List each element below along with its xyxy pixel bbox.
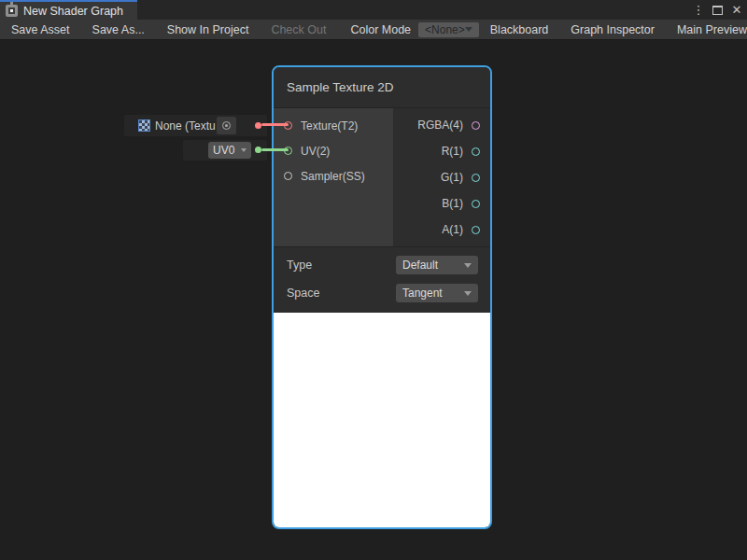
output-ports-column: RGBA(4) R(1) G(1) B(1) A(1) <box>393 108 490 246</box>
color-mode-dropdown[interactable]: <None> <box>418 22 479 37</box>
type-setting-row: Type Default <box>274 251 490 279</box>
save-asset-button[interactable]: Save Asset <box>0 20 81 39</box>
chevron-down-icon <box>464 263 472 268</box>
shader-graph-icon <box>6 5 18 17</box>
uv-channel-dropdown[interactable]: UV0 <box>208 142 251 159</box>
type-label: Type <box>287 259 312 272</box>
toolbar: Save Asset Save As... Show In Project Ch… <box>0 20 747 40</box>
output-port-b: B(1) <box>393 190 490 217</box>
chevron-down-icon <box>465 27 472 32</box>
texture-edge-dot <box>255 122 261 129</box>
close-icon[interactable]: ✕ <box>730 0 743 20</box>
space-dropdown[interactable]: Tangent <box>396 284 478 302</box>
input-port-texture: Texture(T2) <box>274 113 393 138</box>
output-port-g: G(1) <box>393 164 490 190</box>
port-circle-b[interactable] <box>472 200 480 208</box>
uv-edge-dot <box>255 147 261 153</box>
type-value: Default <box>402 259 438 272</box>
texture-wire[interactable] <box>261 123 289 126</box>
main-preview-button[interactable]: Main Preview <box>666 20 747 39</box>
maximize-icon[interactable] <box>712 6 723 15</box>
port-label: R(1) <box>442 145 463 158</box>
check-out-button: Check Out <box>260 20 337 39</box>
port-label: UV(2) <box>301 145 330 158</box>
input-ports-column: Texture(T2) UV(2) Sampler(SS) <box>274 108 393 246</box>
tab-title: New Shader Graph <box>23 5 123 18</box>
object-picker-icon <box>222 121 231 130</box>
port-label: RGBA(4) <box>417 119 463 132</box>
space-setting-row: Space Tangent <box>274 279 490 307</box>
port-circle-g[interactable] <box>472 174 480 182</box>
port-label: G(1) <box>441 171 463 184</box>
port-label: Texture(T2) <box>301 119 358 133</box>
port-circle-rgba[interactable] <box>472 121 480 130</box>
color-mode-label: Color Mode <box>337 20 418 39</box>
port-circle-r[interactable] <box>472 147 480 156</box>
title-bar: New Shader Graph ⋮ ✕ <box>0 0 747 20</box>
space-value: Tangent <box>402 287 443 300</box>
window-controls: ⋮ ✕ <box>692 0 743 20</box>
space-label: Space <box>287 287 319 300</box>
node-settings: Type Default Space Tangent <box>274 246 490 313</box>
input-port-sampler: Sampler(SS) <box>274 163 393 189</box>
uv-wire[interactable] <box>261 148 289 151</box>
chevron-down-icon <box>464 291 472 296</box>
output-port-a: A(1) <box>393 217 490 243</box>
port-circle-a[interactable] <box>472 226 480 234</box>
output-port-rgba: RGBA(4) <box>393 112 490 138</box>
object-picker-button[interactable] <box>217 117 236 134</box>
uv-channel-value: UV0 <box>213 144 234 157</box>
input-port-uv: UV(2) <box>274 138 393 163</box>
node-sample-texture-2d[interactable]: Sample Texture 2D Texture(T2) UV(2) Samp… <box>272 65 492 529</box>
port-label: B(1) <box>442 197 463 210</box>
node-preview <box>274 313 490 527</box>
texture-object-field[interactable]: None (Textu <box>124 115 267 136</box>
node-header[interactable]: Sample Texture 2D <box>274 67 490 108</box>
color-mode-value: <None> <box>425 23 465 36</box>
tab-new-shader-graph[interactable]: New Shader Graph <box>0 0 137 20</box>
output-port-r: R(1) <box>393 138 490 164</box>
chevron-down-icon <box>241 148 247 152</box>
texture-2d-icon <box>138 119 150 132</box>
show-in-project-button[interactable]: Show In Project <box>156 20 261 39</box>
texture-field-value: None (Textu <box>155 119 217 133</box>
node-ports: Texture(T2) UV(2) Sampler(SS) RGBA(4) R(… <box>274 108 490 246</box>
save-as-button[interactable]: Save As... <box>81 20 156 39</box>
graph-inspector-button[interactable]: Graph Inspector <box>559 20 666 39</box>
blackboard-button[interactable]: Blackboard <box>479 20 560 39</box>
more-icon[interactable]: ⋮ <box>692 0 705 20</box>
port-label: A(1) <box>442 223 463 236</box>
port-circle-sampler[interactable] <box>284 172 292 180</box>
node-title: Sample Texture 2D <box>287 80 394 94</box>
type-dropdown[interactable]: Default <box>396 256 478 274</box>
port-label: Sampler(SS) <box>301 170 365 183</box>
